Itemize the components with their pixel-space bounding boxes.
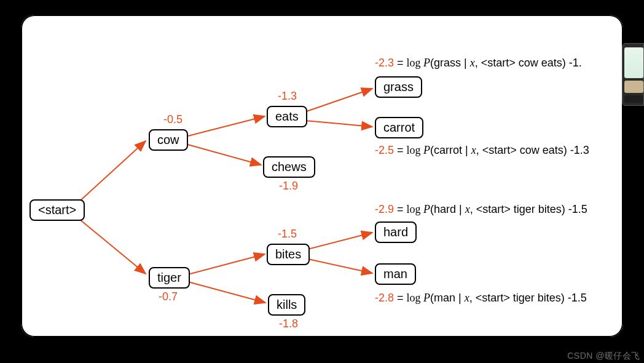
score-eats: -1.3 <box>278 90 297 103</box>
node-man: man <box>375 263 416 285</box>
svg-line-3 <box>186 144 261 165</box>
watermark: CSDN @暖仔会飞 <box>567 351 640 362</box>
node-eats: eats <box>267 106 307 127</box>
score-tiger: -0.7 <box>159 290 178 303</box>
formula-man: -2.8 = log P(man | x, <start> tiger bite… <box>375 292 587 305</box>
node-carrot: carrot <box>375 117 423 138</box>
svg-line-6 <box>305 89 372 112</box>
svg-line-2 <box>186 116 265 137</box>
formula-carrot: -2.5 = log P(carrot | x, <start> cow eat… <box>375 144 589 157</box>
node-cow: cow <box>149 129 188 151</box>
svg-line-8 <box>305 233 372 250</box>
svg-line-9 <box>305 258 372 273</box>
node-hard: hard <box>375 221 417 243</box>
score-chews: -1.9 <box>279 180 298 193</box>
score-bites: -1.5 <box>278 228 297 241</box>
node-grass: grass <box>375 76 422 98</box>
svg-line-7 <box>305 121 372 127</box>
svg-line-1 <box>76 217 146 274</box>
node-tiger: tiger <box>149 267 190 289</box>
svg-line-0 <box>76 141 146 204</box>
node-bites: bites <box>267 244 310 265</box>
node-kills: kills <box>268 294 305 316</box>
score-cow: -0.5 <box>163 113 183 126</box>
formula-hard: -2.9 = log P(hard | x, <start> tiger bit… <box>375 203 587 216</box>
score-kills: -1.8 <box>279 317 298 330</box>
node-start: <start> <box>29 199 85 221</box>
diagram-canvas: <start> cow -0.5 tiger -0.7 eats -1.3 ch… <box>21 15 623 337</box>
video-thumbnail <box>622 43 644 106</box>
svg-line-5 <box>188 282 265 303</box>
formula-grass: -2.3 = log P(grass | x, <start> cow eats… <box>375 57 582 70</box>
svg-line-4 <box>188 254 265 274</box>
node-chews: chews <box>263 156 315 178</box>
